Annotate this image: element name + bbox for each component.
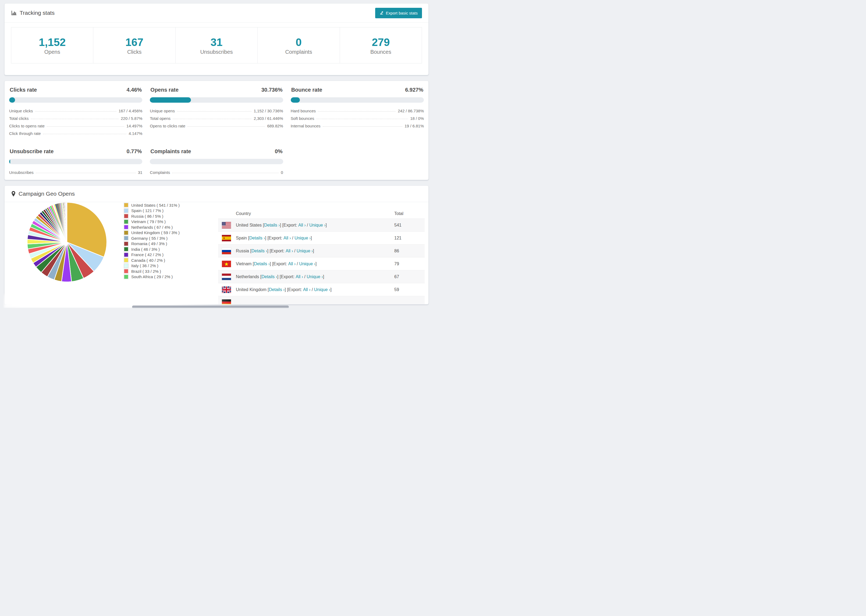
- export-all-link-netherlands[interactable]: All ›: [296, 274, 303, 279]
- country-name: Spain: [236, 236, 247, 240]
- rate-row-hard-bounces: Hard bounces242 / 86.738%: [291, 108, 424, 116]
- rate-row-label-click-through-rate: Click through rate: [9, 131, 41, 136]
- legend-item-brazil: Brazil ( 33 / 2% ): [124, 269, 179, 274]
- rate-value-opens-rate: 30.736%: [261, 87, 283, 93]
- legend-item-south-africa: South Africa ( 29 / 2% ): [124, 274, 179, 280]
- progress-fill-clicks-rate: [9, 97, 15, 103]
- rate-row-label-unique-opens: Unique opens: [150, 108, 175, 113]
- flag-icon-es: [222, 235, 231, 241]
- stat-card-bounces: 279Bounces: [340, 27, 422, 63]
- legend-item-russia: Russia ( 86 / 5% ): [124, 214, 179, 219]
- country-name: United States: [236, 223, 262, 228]
- legend-swatch-russia: [124, 214, 129, 218]
- rate-row-label-hard-bounces: Hard bounces: [291, 108, 316, 113]
- legend-item-romania: Romania ( 49 / 3% ): [124, 241, 179, 247]
- export-all-link-russia[interactable]: All ›: [286, 248, 293, 253]
- details-link-russia[interactable]: Details ›: [252, 248, 267, 253]
- tracking-stats-card: Tracking stats Export basic stats 1,152O…: [4, 3, 429, 75]
- legend-swatch-netherlands: [124, 225, 129, 229]
- legend-swatch-united-states: [124, 203, 129, 207]
- horizontal-scrollbar-thumb[interactable]: [132, 306, 289, 308]
- total-value-united-states: 541: [394, 223, 402, 228]
- progress-fill-opens-rate: [150, 97, 191, 103]
- rate-head-complaints-rate: Complaints rate0%: [150, 148, 283, 154]
- dotted-leader: [323, 126, 403, 127]
- geo-title: Campaign Geo Opens: [11, 190, 75, 197]
- rate-head-clicks-rate: Clicks rate4.46%: [9, 87, 142, 93]
- rate-rows-complaints-rate: Complaints0: [150, 170, 283, 178]
- legend-label-france: France ( 42 / 2% ): [131, 252, 164, 257]
- export-all-link-vietnam[interactable]: All ›: [288, 261, 296, 266]
- export-unique-link-russia[interactable]: Unique ›: [297, 248, 313, 253]
- legend-swatch-spain: [124, 208, 129, 213]
- rate-row-value-complaints: 0: [281, 170, 283, 175]
- rate-row-clicks-to-opens-rate: Clicks to opens rate14.497%: [9, 124, 142, 131]
- rate-value-clicks-rate: 4.46%: [127, 87, 142, 93]
- stat-value-unsubscribes: 31: [176, 36, 257, 48]
- rate-title-unsubscribe-rate: Unsubscribe rate: [10, 148, 54, 154]
- rate-rows-unsubscribe-rate: Unsubscribes31: [9, 170, 142, 178]
- rate-title-opens-rate: Opens rate: [150, 87, 178, 93]
- rate-row-total-clicks: Total clicks220 / 5.87%: [9, 116, 142, 124]
- link-separator: /: [296, 261, 299, 266]
- rate-row-click-through-rate: Click through rate4.147%: [9, 131, 142, 139]
- total-value-russia: 86: [394, 248, 399, 253]
- export-unique-link-netherlands[interactable]: Unique ›: [307, 274, 323, 279]
- stat-label-unsubscribes: Unsubscribes: [176, 49, 257, 55]
- country-name: United Kingdom: [236, 287, 266, 292]
- rate-head-unsubscribe-rate: Unsubscribe rate0.77%: [9, 148, 142, 154]
- export-unique-link-spain[interactable]: Unique ›: [294, 236, 311, 240]
- bracket-open: [: [249, 248, 252, 253]
- total-value-netherlands: 67: [394, 274, 399, 279]
- flag-icon-vn: [222, 261, 231, 267]
- stat-label-bounces: Bounces: [340, 49, 422, 55]
- progress-track-complaints-rate: [150, 159, 283, 164]
- table-row-united-states: United States [Details ›] [Export: All ›…: [218, 218, 425, 231]
- progress-track-unsubscribe-rate: [9, 159, 142, 164]
- legend-item-france: France ( 42 / 2% ): [124, 252, 179, 258]
- progress-track-clicks-rate: [9, 97, 142, 103]
- rate-value-bounce-rate: 6.927%: [405, 87, 423, 93]
- stat-value-complaints: 0: [258, 36, 339, 48]
- details-link-netherlands[interactable]: Details ›: [261, 274, 277, 279]
- rate-row-label-internal-bounces: Internal bounces: [291, 124, 321, 128]
- details-link-united-kingdom[interactable]: Details ›: [269, 287, 285, 292]
- total-value-spain: 121: [394, 236, 402, 240]
- total-value-vietnam: 79: [394, 261, 399, 266]
- details-link-united-states[interactable]: Details ›: [264, 223, 280, 228]
- rate-row-value-unique-clicks: 167 / 4.456%: [119, 108, 142, 113]
- export-unique-link-united-kingdom[interactable]: Unique ›: [314, 287, 330, 292]
- bracket-close: ]: [315, 261, 316, 266]
- bracket-open: [: [266, 287, 269, 292]
- export-all-link-united-kingdom[interactable]: All ›: [303, 287, 311, 292]
- rate-row-value-unsubscribes: 31: [138, 170, 143, 175]
- bracket-close: ]: [313, 248, 314, 253]
- export-basic-stats-button[interactable]: Export basic stats: [375, 8, 422, 18]
- link-separator: /: [293, 248, 297, 253]
- export-prefix: ] [Export:: [270, 261, 288, 266]
- geo-pie-legend: United States ( 541 / 31% )Spain ( 121 /…: [124, 203, 179, 280]
- details-link-vietnam[interactable]: Details ›: [254, 261, 270, 266]
- rate-row-value-unique-opens: 1,152 / 30.736%: [254, 108, 283, 113]
- progress-fill-bounce-rate: [291, 97, 300, 103]
- export-all-link-spain[interactable]: All ›: [283, 236, 291, 240]
- details-link-spain[interactable]: Details ›: [249, 236, 265, 240]
- legend-swatch-brazil: [124, 269, 129, 273]
- rate-block-unsubscribe-rate: Unsubscribe rate0.77%Unsubscribes31: [9, 148, 142, 178]
- legend-item-canada: Canada ( 40 / 2% ): [124, 258, 179, 263]
- progress-track-opens-rate: [150, 97, 283, 103]
- legend-swatch-romania: [124, 241, 129, 246]
- geo-col-total: Total: [394, 211, 403, 216]
- legend-label-brazil: Brazil ( 33 / 2% ): [131, 269, 161, 273]
- export-unique-link-vietnam[interactable]: Unique ›: [299, 261, 315, 266]
- geo-col-country: Country: [236, 211, 251, 216]
- legend-item-united-states: United States ( 541 / 31% ): [124, 203, 179, 208]
- rate-head-opens-rate: Opens rate30.736%: [150, 87, 283, 93]
- rate-row-value-hard-bounces: 242 / 86.738%: [398, 108, 424, 113]
- export-unique-link-united-states[interactable]: Unique ›: [309, 223, 326, 228]
- bar-chart-icon: [11, 10, 17, 16]
- export-all-link-united-states[interactable]: All ›: [298, 223, 306, 228]
- legend-label-russia: Russia ( 86 / 5% ): [131, 214, 163, 218]
- export-prefix: ] [Export:: [265, 236, 283, 240]
- geo-table-header: Country Total: [218, 209, 425, 218]
